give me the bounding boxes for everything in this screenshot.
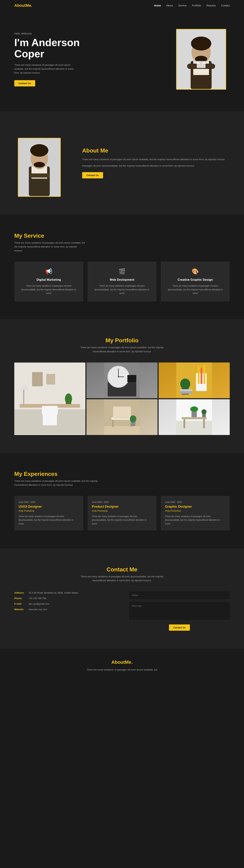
- nav-link-contact[interactable]: Contact: [221, 4, 230, 7]
- exp-subtitle: There are many variations of passages of…: [14, 479, 103, 487]
- svg-point-34: [118, 376, 119, 377]
- service-card-desc-2: There are many variations of passages of…: [166, 284, 225, 295]
- service-card-0: 📢 Digital Marketing There are many varia…: [14, 261, 83, 302]
- svg-rect-58: [203, 419, 205, 428]
- service-cards: 📢 Digital Marketing There are many varia…: [14, 261, 230, 302]
- svg-rect-9: [197, 61, 206, 68]
- nav-link-about[interactable]: About: [166, 4, 173, 7]
- portfolio-item-clock: [87, 363, 157, 398]
- service-card-1: 🎬 Web Devlopment There are many variatio…: [88, 261, 156, 302]
- portfolio-subtitle: There are many variations of passages of…: [77, 345, 167, 353]
- exp-card-0: June-2002 - 2020 UX/UI Designer Andy Pho…: [14, 496, 83, 530]
- hero-cta-button[interactable]: Contact Us: [14, 80, 35, 86]
- contact-title: Contact Me: [14, 566, 230, 573]
- service-card-title-0: Digital Marketing: [19, 278, 78, 282]
- service-card-desc-1: There are many variations of passages of…: [93, 284, 151, 295]
- exp-desc-0: There are many variations of passages of…: [19, 515, 79, 526]
- about-cta-button[interactable]: Contact Us: [82, 172, 103, 178]
- contact-info-val-3: www.abc.xyz.com: [29, 608, 47, 611]
- contact-name-input[interactable]: [129, 591, 230, 599]
- portfolio-item-chair: [87, 399, 157, 435]
- contact-info-row-2: E mail: abc.xyz@gmail.com: [14, 602, 115, 605]
- contact-info-val-0: 23-5-80 Road, Benedict.ne, 6656. United …: [29, 591, 78, 594]
- nav-link-resume[interactable]: Resume: [207, 4, 216, 7]
- logo-text: About: [14, 3, 26, 8]
- service-card-title-2: Creative Graphic Design: [166, 278, 225, 282]
- service-subtitle: There are many variations of passages of…: [14, 241, 86, 253]
- hero-image-box: [176, 29, 226, 90]
- about-para2: Passages ofLorem Ipsumavailable, but the…: [82, 164, 230, 168]
- hero-text: Hello, Welcome I'm Anderson Coper There …: [14, 32, 100, 87]
- logo-dot: Me.: [26, 3, 32, 8]
- exp-desc-1: There are many variations of passages of…: [92, 515, 152, 526]
- contact-section: Contact Me There are many variations of …: [0, 548, 244, 649]
- svg-rect-46: [104, 426, 140, 435]
- exp-date-0: June-2002 - 2020: [19, 501, 79, 503]
- contact-info-label-0: Address:: [14, 591, 29, 594]
- svg-rect-39: [201, 368, 203, 384]
- svg-rect-22: [42, 406, 58, 415]
- about-person-image: [19, 138, 60, 196]
- nav-link-service[interactable]: Service: [178, 4, 187, 7]
- svg-rect-57: [183, 419, 185, 428]
- experiences-section: My Experiences There are many variations…: [0, 453, 244, 548]
- contact-info-row-1: Phone: +01 233 456 789: [14, 597, 115, 600]
- contact-info-val-1: +01 233 456 789: [29, 597, 46, 600]
- service-icon-2: 🎨: [166, 268, 225, 275]
- hero-person-image: [177, 29, 225, 89]
- contact-message-input[interactable]: [129, 602, 230, 620]
- svg-rect-44: [180, 391, 192, 394]
- svg-rect-25: [23, 390, 24, 404]
- about-image-box: [18, 138, 61, 197]
- footer-desc: There are many variations of passages of…: [77, 668, 167, 672]
- footer: AboutMe. There are many variations of pa…: [0, 649, 244, 679]
- hero-desc: There are many variations of passages of…: [14, 63, 79, 75]
- svg-rect-55: [176, 421, 212, 435]
- service-icon-1: 🎬: [93, 268, 151, 275]
- exp-title-0: UX/UI Designer: [19, 505, 79, 508]
- service-icon-0: 📢: [19, 268, 78, 275]
- contact-info-row-3: Website: www.abc.xyz.com: [14, 608, 115, 611]
- exp-date-1: June-2002 - 2020: [92, 501, 152, 503]
- portfolio-item-table: [159, 399, 230, 435]
- exp-card-1: June-2002 - 2020 Product Designer Andy P…: [88, 496, 156, 530]
- contact-form: Contact Us: [129, 591, 230, 631]
- hero-image-wrapper: [169, 25, 230, 93]
- nav-link-home[interactable]: Home: [154, 4, 161, 7]
- svg-rect-49: [112, 420, 114, 427]
- navbar: AboutMe. HomeAboutServicePortfolioResume…: [0, 0, 244, 11]
- svg-point-52: [130, 415, 136, 423]
- svg-point-14: [30, 144, 48, 157]
- hero-section: Hello, Welcome I'm Anderson Coper There …: [0, 11, 244, 111]
- hero-hello: Hello, Welcome: [14, 32, 100, 35]
- about-title: About Me: [82, 147, 230, 154]
- svg-point-60: [190, 406, 198, 412]
- portfolio-grid: [14, 363, 230, 435]
- nav-links: HomeAboutServicePortfolioResumeContact: [154, 4, 230, 7]
- svg-point-62: [202, 409, 207, 414]
- portfolio-item-pencils: [159, 363, 230, 398]
- contact-info-row-0: Address: 23-5-80 Road, Benedict.ne, 6656…: [14, 591, 115, 594]
- service-title: My Service: [14, 232, 230, 239]
- contact-info-val-2: abc.xyz@gmail.com: [29, 602, 50, 605]
- contact-info-label-1: Phone:: [14, 597, 29, 600]
- contact-info-label-3: Website:: [14, 608, 29, 611]
- service-section: My Service There are many variations of …: [0, 215, 244, 319]
- exp-title-2: Graphic Designer: [165, 505, 225, 508]
- footer-logo: AboutMe.: [14, 659, 230, 665]
- exp-title: My Experiences: [14, 471, 230, 477]
- svg-point-24: [65, 393, 72, 404]
- svg-rect-35: [127, 375, 136, 382]
- exp-company-0: Andy Photoshop: [19, 509, 79, 512]
- svg-rect-56: [182, 417, 207, 419]
- svg-rect-48: [113, 406, 131, 418]
- about-text: About Me There are many variations of pa…: [82, 147, 230, 178]
- hero-title: I'm Anderson Coper: [14, 37, 100, 60]
- svg-rect-16: [29, 174, 50, 178]
- about-image-wrapper: [14, 129, 68, 197]
- svg-rect-40: [204, 365, 205, 384]
- svg-point-42: [180, 378, 190, 389]
- nav-logo[interactable]: AboutMe.: [14, 3, 32, 8]
- nav-link-portfolio[interactable]: Portfolio: [192, 4, 201, 7]
- contact-submit-button[interactable]: Contact Us: [169, 624, 190, 631]
